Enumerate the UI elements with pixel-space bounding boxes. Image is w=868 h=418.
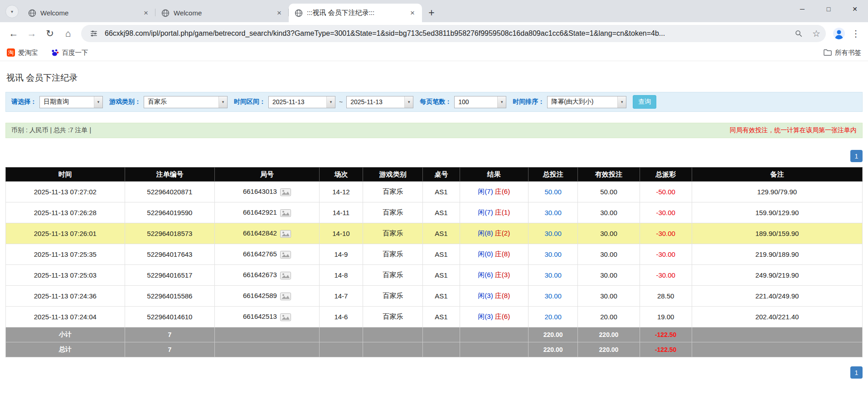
maximize-button[interactable]: □ xyxy=(815,0,842,18)
cell-total-bet[interactable]: 30.00 xyxy=(528,265,578,286)
cell-round: 661642765 xyxy=(215,244,320,265)
summary-cell xyxy=(319,327,363,342)
tab-close-icon[interactable]: × xyxy=(407,8,417,18)
cell-note: 249.90/219.90 xyxy=(692,265,862,286)
cell-game-type: 百家乐 xyxy=(363,286,423,307)
profile-avatar[interactable] xyxy=(831,26,847,41)
cell-total-bet[interactable]: 20.00 xyxy=(528,307,578,327)
chevron-down-icon[interactable]: ▾ xyxy=(497,96,506,108)
cell-game-type: 百家乐 xyxy=(363,307,423,327)
page-size-select[interactable]: 100 ▾ xyxy=(454,96,506,108)
round-number: 661643013 xyxy=(243,187,277,195)
round-replay-icon[interactable] xyxy=(280,313,291,321)
minimize-button[interactable]: ─ xyxy=(789,0,815,18)
select-label: 请选择： xyxy=(11,98,37,106)
chevron-down-icon: ▾ xyxy=(11,9,13,14)
url-input[interactable]: 66cxkj98.com/ipl/portal.php/game/betreco… xyxy=(105,29,788,38)
summary-cell xyxy=(215,342,320,357)
new-tab-button[interactable]: + xyxy=(424,5,439,20)
back-button[interactable]: ← xyxy=(5,25,22,42)
result-banker: 庄(8) xyxy=(495,250,510,258)
cell-total-bet[interactable]: 30.00 xyxy=(528,286,578,307)
query-type-select[interactable]: 日期查询 ▾ xyxy=(39,96,103,108)
bookmark-baidu[interactable]: 百度一下 xyxy=(51,48,88,57)
reload-button[interactable]: ↻ xyxy=(42,25,58,42)
browser-window: ▾ Welcome × Welcome × :::视讯 会员下注纪录::: × … xyxy=(0,0,868,418)
chevron-down-icon[interactable]: ▾ xyxy=(617,96,626,108)
tab-close-icon[interactable]: × xyxy=(141,8,151,18)
round-replay-icon[interactable] xyxy=(280,272,291,279)
date-from-select[interactable]: 2025-11-13 ▾ xyxy=(268,96,335,108)
close-window-button[interactable]: ✕ xyxy=(842,0,868,18)
globe-favicon xyxy=(161,9,170,17)
browser-menu-icon[interactable]: ⋮ xyxy=(848,26,863,41)
tab-welcome-1[interactable]: Welcome × xyxy=(22,4,155,22)
date-separator: ~ xyxy=(339,98,343,106)
tab-title: :::视讯 会员下注纪录::: xyxy=(307,9,403,17)
tab-search-button[interactable]: ▾ xyxy=(5,5,19,18)
chevron-down-icon[interactable]: ▾ xyxy=(218,96,227,108)
combo-value: 2025-11-13 xyxy=(269,96,326,108)
cell-payout: -30.00 xyxy=(640,265,692,286)
column-header: 备注 xyxy=(692,168,862,182)
cell-round: 661642589 xyxy=(215,286,320,307)
tab-title: Welcome xyxy=(40,9,137,17)
cell-game-type: 百家乐 xyxy=(363,223,423,244)
page-title: 视讯 会员下注纪录 xyxy=(6,72,863,84)
cell-payout: -50.00 xyxy=(640,182,692,202)
info-bar: 币别 : 人民币 | 总共 :7 注单 | 同局有效投注，统一计算在该局第一张注… xyxy=(5,123,863,138)
tab-bet-records-active[interactable]: :::视讯 会员下注纪录::: × xyxy=(289,4,422,22)
summary-cell: -122.50 xyxy=(640,327,692,342)
cell-total-bet[interactable]: 50.00 xyxy=(528,182,578,202)
cell-time: 2025-11-13 07:26:01 xyxy=(6,223,125,244)
summary-cell: 220.00 xyxy=(528,327,578,342)
round-replay-icon[interactable] xyxy=(280,251,291,259)
bookmark-taobao[interactable]: 淘 爱淘宝 xyxy=(7,48,38,57)
cell-time: 2025-11-13 07:24:04 xyxy=(6,307,125,327)
cell-total-bet[interactable]: 30.00 xyxy=(528,244,578,265)
result-player: 闲(3) xyxy=(478,292,493,299)
site-info-icon[interactable] xyxy=(87,27,101,40)
summary-label: 小计 xyxy=(6,327,125,342)
date-to-select[interactable]: 2025-11-13 ▾ xyxy=(346,96,413,108)
game-type-select[interactable]: 百家乐 ▾ xyxy=(144,96,228,108)
tab-close-icon[interactable]: × xyxy=(274,8,284,18)
summary-cell xyxy=(319,342,363,357)
round-replay-icon[interactable] xyxy=(280,293,291,300)
cell-total-bet[interactable]: 30.00 xyxy=(528,223,578,244)
all-bookmarks-button[interactable]: 所有书签 xyxy=(824,48,861,57)
cell-valid-bet: 30.00 xyxy=(578,202,640,223)
bookmark-star-icon[interactable]: ☆ xyxy=(810,27,823,40)
cell-game-type: 百家乐 xyxy=(363,265,423,286)
cell-payout: -30.00 xyxy=(640,244,692,265)
page-1-button[interactable]: 1 xyxy=(850,366,863,379)
cell-time: 2025-11-13 07:27:02 xyxy=(6,182,125,202)
chevron-down-icon[interactable]: ▾ xyxy=(326,96,335,108)
home-button[interactable]: ⌂ xyxy=(60,25,76,42)
chevron-down-icon[interactable]: ▾ xyxy=(94,96,102,108)
cell-note: 202.40/221.40 xyxy=(692,307,862,327)
chevron-down-icon[interactable]: ▾ xyxy=(404,96,413,108)
cell-note: 221.40/249.90 xyxy=(692,286,862,307)
round-replay-icon[interactable] xyxy=(280,209,291,217)
round-replay-icon[interactable] xyxy=(280,188,291,196)
round-number: 661642921 xyxy=(243,208,277,216)
cell-round: 661642673 xyxy=(215,265,320,286)
sort-order-select[interactable]: 降幂(由大到小) ▾ xyxy=(547,96,626,108)
sort-order-label: 时间排序： xyxy=(513,98,544,106)
address-bar[interactable]: 66cxkj98.com/ipl/portal.php/game/betreco… xyxy=(81,25,826,42)
cell-total-bet[interactable]: 30.00 xyxy=(528,202,578,223)
tab-welcome-2[interactable]: Welcome × xyxy=(155,4,289,22)
round-replay-icon[interactable] xyxy=(280,230,291,238)
cell-table-no: AS1 xyxy=(423,265,460,286)
cell-valid-bet: 30.00 xyxy=(578,223,640,244)
table-row: 2025-11-13 07:26:28522964019590661642921… xyxy=(6,202,863,223)
summary-cell: 220.00 xyxy=(578,327,640,342)
forward-button[interactable]: → xyxy=(24,25,40,42)
search-button[interactable]: 查询 xyxy=(633,95,656,109)
cell-table-no: AS1 xyxy=(423,286,460,307)
zoom-icon[interactable] xyxy=(792,27,805,40)
filter-bar: 请选择： 日期查询 ▾ 游戏类别： 百家乐 ▾ 时间区间： 2025-11-13… xyxy=(5,92,863,112)
combo-value: 降幂(由大到小) xyxy=(548,96,617,108)
page-1-button[interactable]: 1 xyxy=(850,150,863,162)
